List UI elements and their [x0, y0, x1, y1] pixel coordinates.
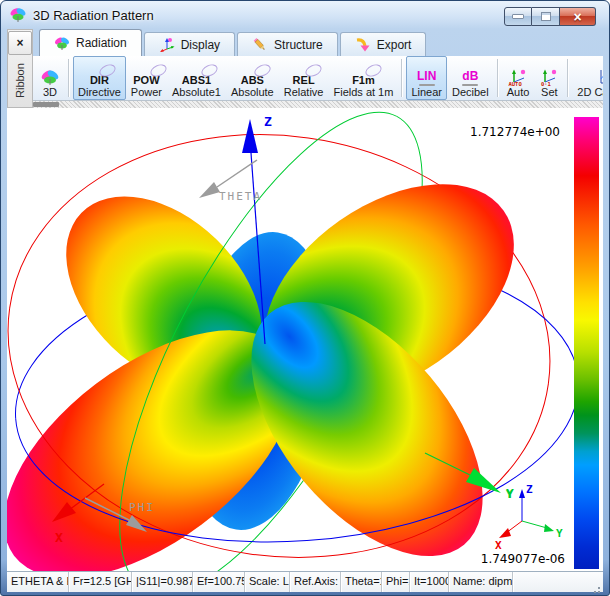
status-scale: Scale: LIN: [245, 572, 290, 592]
toolbar-separator: [567, 59, 569, 97]
ribbon-side-label: Ribbon: [14, 55, 26, 107]
status-field-components: ETHETA & EPH: [7, 572, 69, 592]
minimize-button[interactable]: [504, 7, 532, 26]
toolbar-button-power[interactable]: POW Power: [126, 56, 167, 100]
status-phi-step: Phi=1: [382, 572, 410, 592]
radiation-pattern-3d-plot[interactable]: Z X Y THETA: [7, 108, 576, 571]
toolbar-button-decibel[interactable]: dB Decibel: [447, 56, 494, 100]
button-label: Auto: [507, 86, 530, 98]
restore-icon: [541, 12, 551, 21]
status-name: Name: dipm1: [449, 572, 513, 592]
tab-radiation[interactable]: Radiation: [39, 29, 142, 56]
status-theta-step: Theta=1: [341, 572, 382, 592]
3d-pattern-icon: [40, 69, 60, 86]
toolbar-button-2d-cartesian[interactable]: 2D Cartesian: [572, 56, 603, 100]
z-axis-label: Z: [264, 114, 272, 129]
toolbar-button-directive[interactable]: DIR Directive: [73, 56, 126, 100]
app-icon: [9, 7, 27, 23]
auto-scale-icon: AUTO: [508, 69, 528, 86]
triad-z-label: Z: [526, 483, 533, 496]
plot-area: Z X Y THETA: [7, 108, 603, 571]
fields-glyph: F1m: [352, 69, 375, 86]
orientation-triad: Z Y X Y: [495, 483, 563, 552]
pencil-icon: [252, 37, 268, 52]
status-efficiency: Ef=100.75: [193, 572, 245, 592]
absolute-glyph: ABS: [241, 69, 264, 86]
radiation-pattern-icon: [54, 36, 70, 51]
directive-glyph: DIR: [90, 69, 109, 86]
toolbar-button-set[interactable]: 0·1 Set: [534, 56, 564, 100]
button-label: Absolute1: [172, 86, 221, 98]
absolute1-glyph: ABS1: [182, 69, 211, 86]
ribbon-zone: × Ribbon Radiation: [7, 29, 603, 108]
toolbar-separator: [68, 59, 70, 97]
svg-text:0·1: 0·1: [541, 81, 552, 87]
button-label: 3D: [43, 86, 57, 98]
tab-label: Radiation: [76, 36, 127, 50]
relative-glyph: REL: [293, 69, 315, 86]
close-icon: ×: [573, 10, 581, 24]
status-bar: ETHETA & EPH Fr=12.5 [GHz |S11|=0.9870 E…: [7, 571, 603, 592]
tab-label: Structure: [274, 38, 323, 52]
button-label: Linear: [411, 86, 442, 98]
status-ref-axis: Ref.Axis: Z: [290, 572, 341, 592]
resize-grip[interactable]: [589, 572, 603, 592]
button-label: Set: [541, 86, 558, 98]
set-scale-icon: 0·1: [539, 69, 559, 86]
2d-cartesian-icon: [598, 69, 603, 86]
decibel-glyph: dB: [462, 69, 478, 86]
triad-x-label: X: [495, 539, 502, 552]
toolbar-button-fields-at-1m[interactable]: F1m Fields at 1m: [328, 56, 398, 100]
toolbar-separator: [497, 59, 499, 97]
status-iterations: It=1000: [410, 572, 449, 592]
phi-label: PHI: [129, 501, 155, 514]
toolbar-button-3d[interactable]: 3D: [35, 56, 65, 100]
scale-min-value: 1.749077e-06: [481, 552, 565, 566]
tab-structure[interactable]: Structure: [237, 32, 338, 56]
close-button[interactable]: ×: [560, 7, 596, 26]
button-label: Power: [131, 86, 162, 98]
z-axis-arrowhead: [242, 119, 258, 153]
minimize-icon: [512, 14, 524, 19]
triad-y-label: Y: [556, 527, 563, 540]
button-label: 2D Cartesian: [577, 86, 603, 98]
tab-export[interactable]: Export: [340, 32, 427, 56]
tab-label: Export: [377, 38, 412, 52]
window-controls: ×: [504, 7, 596, 26]
toolbar-scrollbar-thumb[interactable]: [33, 102, 59, 107]
app-window: 3D Radiation Pattern × × Ribbon Radiatio…: [0, 0, 610, 596]
toolbar: 3D DIR Directive POW Power ABS1 Absolute…: [33, 56, 603, 101]
tab-display[interactable]: Display: [144, 32, 235, 56]
toolbar-separator: [401, 59, 403, 97]
button-label: Decibel: [452, 86, 489, 98]
svg-text:AUTO: AUTO: [508, 81, 522, 87]
status-frequency: Fr=12.5 [GHz: [69, 572, 132, 592]
tab-label: Display: [181, 38, 220, 52]
linear-glyph: LIN: [417, 69, 436, 86]
export-arrow-icon: [355, 37, 371, 52]
button-label: Absolute: [231, 86, 274, 98]
button-label: Fields at 1m: [333, 86, 393, 98]
theta-label: THETA: [219, 190, 262, 203]
button-label: Directive: [78, 86, 121, 98]
ribbon-close-button[interactable]: ×: [8, 31, 32, 55]
axes-triad-icon: [159, 37, 175, 52]
toolbar-button-absolute1[interactable]: ABS1 Absolute1: [167, 56, 226, 100]
ribbon-side-strip: × Ribbon: [7, 29, 33, 108]
tab-bar: Radiation Display: [33, 29, 603, 56]
theta-arrowhead: [199, 182, 220, 198]
button-label: Relative: [284, 86, 324, 98]
status-s11: |S11|=0.9870: [132, 572, 193, 592]
toolbar-button-auto[interactable]: AUTO Auto: [502, 56, 535, 100]
power-glyph: POW: [133, 69, 159, 86]
toolbar-button-absolute[interactable]: ABS Absolute: [226, 56, 279, 100]
toolbar-scrollbar[interactable]: [33, 101, 603, 108]
toolbar-button-relative[interactable]: REL Relative: [279, 56, 329, 100]
scale-max-value: 1.712774e+00: [470, 125, 560, 139]
colorbar: [574, 117, 599, 569]
main-y-axis-small-label: Y: [506, 488, 513, 501]
restore-button[interactable]: [532, 7, 560, 26]
toolbar-button-linear[interactable]: LIN Linear: [406, 56, 447, 100]
x-axis-label: X: [55, 530, 63, 545]
